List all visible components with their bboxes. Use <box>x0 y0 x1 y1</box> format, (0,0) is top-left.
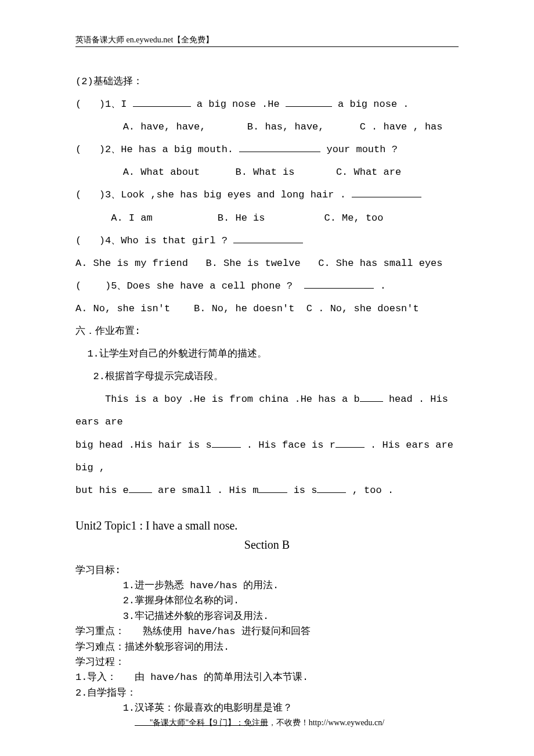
q5-b: . <box>374 280 385 291</box>
goal-1: 1.进一步熟悉 have/has 的用法. <box>75 578 459 593</box>
blank <box>258 483 287 493</box>
blank <box>317 483 346 493</box>
unit-title: Unit2 Topic1 : I have a small nose. <box>75 519 459 532</box>
process-1: 1.导入： 由 have/has 的简单用法引入本节课. <box>75 670 459 685</box>
hw-ph: is s <box>287 485 317 496</box>
hw-passage-l1: This is a boy .He is from china .He has … <box>75 388 459 433</box>
q2-b: your mouth ? <box>320 144 398 155</box>
q5-a: ( )5、Does she have a cell phone ? <box>75 280 304 291</box>
q1-c: a big nose . <box>332 99 409 110</box>
hw-item2: 2.根据首字母提示完成语段。 <box>75 365 459 388</box>
blank <box>352 188 421 197</box>
hw-pf: but his e <box>75 485 129 496</box>
q1-opts: A. have, have, B. has, have, C . have , … <box>75 116 459 138</box>
goals-heading: 学习目标: <box>75 563 459 578</box>
q1-a: ( )1、I <box>75 99 133 110</box>
page-header: 英语备课大师 en.eywedu.net【全免费】 <box>75 35 459 47</box>
process-3: 1.汉译英：你最喜欢的电影明星是谁？ <box>75 701 459 716</box>
q5-stem: ( )5、Does she have a cell phone ? . <box>75 275 459 297</box>
q4-a: ( )4、Who is that girl ? <box>75 235 233 246</box>
hw-passage-l3: but his e are small . His m is s , too . <box>75 479 459 502</box>
q3-opts: A. I am B. He is C. Me, too <box>75 207 459 229</box>
q2-a: ( )2、He has a big mouth. <box>75 144 239 155</box>
hw-title: 六．作业布置: <box>75 320 459 343</box>
hw-pa: This is a boy .He is from china .He has … <box>75 394 360 405</box>
section-title: Section B <box>75 538 459 552</box>
q1-b: a big nose .He <box>191 99 286 110</box>
q3-stem: ( )3、Look ,she has big eyes and long hai… <box>75 183 459 206</box>
exercise2-title: (2)基础选择： <box>75 70 459 93</box>
hw-pc: big head .His hair is s <box>75 440 212 451</box>
goal-2: 2.掌握身体部位名称的词. <box>75 593 459 609</box>
process-heading: 学习过程： <box>75 655 459 670</box>
blank <box>304 279 374 289</box>
hw-pd: . His face is r <box>241 440 335 451</box>
header-text: 英语备课大师 en.eywedu.net【全免费】 <box>75 35 214 44</box>
blank <box>212 438 241 448</box>
exercise-block: (2)基础选择： ( )1、I a big nose .He a big nos… <box>75 70 459 502</box>
process-2: 2.自学指导： <box>75 686 459 701</box>
blank <box>129 483 152 493</box>
focus: 学习重点： 熟练使用 have/has 进行疑问和回答 <box>75 624 459 639</box>
q3-a: ( )3、Look ,she has big eyes and long hai… <box>75 189 352 200</box>
blank <box>286 97 332 107</box>
q1-stem: ( )1、I a big nose .He a big nose . <box>75 93 459 116</box>
goals-block: 学习目标: 1.进一步熟悉 have/has 的用法. 2.掌握身体部位名称的词… <box>75 563 459 732</box>
blank <box>133 97 191 107</box>
difficulty: 学习难点：描述外貌形容词的用法. <box>75 640 459 655</box>
hw-pg: are small . His m <box>152 485 259 496</box>
q2-stem: ( )2、He has a big mouth. your mouth ? <box>75 138 459 161</box>
blank <box>360 392 383 402</box>
hw-item1: 1.让学生对自己的外貌进行简单的描述。 <box>75 343 459 365</box>
blank <box>233 233 303 243</box>
q4-opts: A. She is my friend B. She is twelve C. … <box>75 252 459 275</box>
q2-opts: A. What about B. What is C. What are <box>75 161 459 183</box>
footer-text: "备课大师"全科【9 门】：免注册，不收费！http://www.eywedu.… <box>150 718 384 727</box>
goal-3: 3.牢记描述外貌的形容词及用法. <box>75 609 459 624</box>
q4-stem: ( )4、Who is that girl ? <box>75 229 459 252</box>
q5-opts: A. No, she isn't B. No, he doesn't C . N… <box>75 297 459 320</box>
blank <box>239 142 320 152</box>
blank <box>335 438 365 448</box>
hw-passage-l2: big head .His hair is s . His face is r … <box>75 434 459 479</box>
page-footer: "备课大师"全科【9 门】：免注册，不收费！http://www.eywedu.… <box>0 718 534 728</box>
page-content: 英语备课大师 en.eywedu.net【全免费】 (2)基础选择： ( )1、… <box>0 0 534 732</box>
hw-pi: , too . <box>346 485 394 496</box>
